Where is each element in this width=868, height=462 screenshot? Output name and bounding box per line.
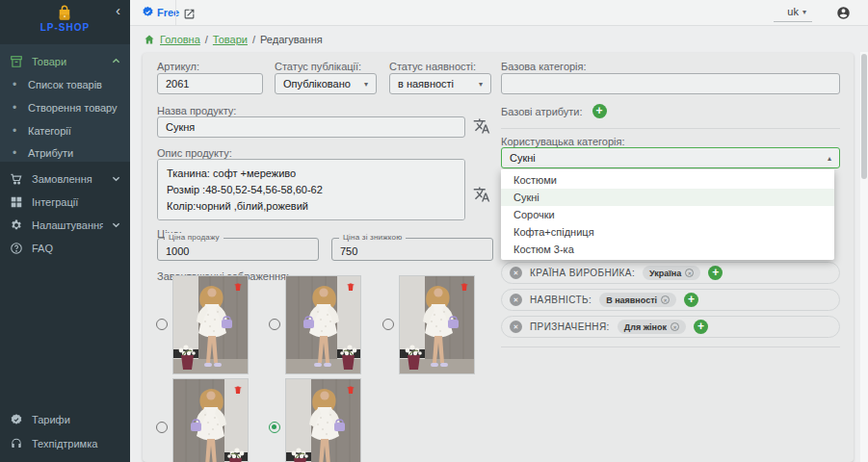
scrollbar[interactable] (860, 52, 868, 462)
discount-price-field: Ціна зі знижкою (331, 238, 493, 261)
help-icon (10, 242, 23, 255)
product-name-input[interactable] (157, 116, 465, 138)
attribute-value-chip: В наявності ✕ (599, 293, 676, 307)
sale-price-input[interactable] (158, 239, 318, 260)
base-category-input[interactable] (501, 73, 840, 94)
add-attribute-value-button[interactable]: + (684, 293, 698, 307)
sidebar-collapse-button[interactable]: ‹ (116, 2, 120, 19)
product-name-label: Назва продукту: (157, 105, 236, 116)
chip-label: В наявності (606, 295, 657, 305)
add-attribute-value-button[interactable]: + (694, 320, 708, 334)
caret-down-icon: ▾ (802, 8, 806, 16)
remove-value-icon[interactable]: ✕ (685, 269, 694, 277)
chevron-down-icon (112, 173, 120, 185)
description-textarea[interactable]: Тканина: софт +мереживо Розмір :48-50,52… (157, 159, 465, 220)
sidebar-item-create-product[interactable]: • Створення товару (0, 97, 130, 118)
sidebar-item-faq[interactable]: FAQ (0, 237, 130, 260)
divider (501, 346, 840, 347)
badge-check-icon (10, 413, 23, 426)
delete-image-icon[interactable] (233, 384, 243, 396)
delete-image-icon[interactable] (233, 281, 243, 293)
discount-price-input[interactable] (332, 239, 492, 260)
product-image[interactable] (285, 275, 361, 374)
breadcrumb-separator: / (205, 34, 208, 45)
sidebar-item-orders[interactable]: Замовлення (0, 167, 130, 191)
availability-status-select[interactable]: в наявності ▾ (389, 73, 491, 94)
remove-value-icon[interactable]: ✕ (671, 322, 679, 331)
chevron-up-icon (112, 56, 120, 67)
cart-icon (10, 172, 23, 186)
main-image-radio[interactable] (156, 422, 168, 433)
sidebar-item-integrations[interactable]: Інтеграції (0, 191, 130, 214)
bullet-icon: • (13, 124, 17, 138)
dropdown-option[interactable]: Сорочки (501, 206, 834, 223)
sku-label: Артикул: (157, 61, 199, 72)
sidebar-item-product-list[interactable]: • Список товарів (0, 74, 130, 95)
main-image-radio[interactable] (269, 422, 280, 433)
headset-icon (10, 437, 23, 450)
sidebar-item-settings[interactable]: Налаштування (0, 214, 130, 237)
sidebar-item-label: Інтеграції (32, 196, 120, 208)
product-image[interactable] (172, 275, 249, 374)
main-image-radio[interactable] (382, 319, 394, 330)
add-attribute-value-button[interactable]: + (708, 266, 723, 280)
translate-icon[interactable] (473, 186, 490, 203)
sidebar-item-products[interactable]: Товари (0, 50, 130, 73)
dropdown-option[interactable]: Костюм 3-ка (501, 241, 834, 258)
language-selector[interactable]: uk ▾ (787, 6, 806, 17)
sidebar-header: LP-SHOP ‹ (0, 0, 130, 44)
delete-image-icon[interactable] (460, 281, 469, 293)
account-icon[interactable] (836, 6, 851, 20)
breadcrumb-current: Редагування (260, 34, 323, 45)
attribute-value-chip: Для жінок ✕ (618, 320, 686, 334)
main-image-radio[interactable] (269, 319, 280, 330)
product-image[interactable] (399, 275, 475, 374)
delete-image-icon[interactable] (346, 281, 355, 293)
caret-up-icon: ▴ (828, 154, 831, 163)
translate-icon[interactable] (473, 117, 490, 135)
chip-label: Для жінок (624, 322, 667, 332)
bullet-icon: • (13, 101, 17, 115)
dropdown-option[interactable]: Кофта+спідниця (501, 223, 834, 241)
dropdown-option[interactable]: Сукні (501, 189, 834, 206)
scrollbar-thumb[interactable] (861, 54, 867, 179)
sidebar-sub-label: Створення товару (28, 102, 118, 114)
custom-category-select[interactable]: Сукні ▴ (501, 147, 840, 168)
caret-down-icon: ▾ (364, 80, 368, 89)
publication-status-value: Опубліковано (283, 78, 351, 90)
attribute-row: ✕ НАЯВНІСТЬ: В наявності ✕ + (501, 289, 840, 311)
breadcrumb-products[interactable]: Товари (213, 34, 248, 45)
product-image[interactable] (172, 378, 249, 462)
dropdown-option[interactable]: Костюми (501, 171, 834, 189)
plan-badge[interactable]: Free (142, 6, 179, 18)
main-image-radio[interactable] (156, 319, 168, 330)
product-image[interactable] (285, 378, 361, 462)
breadcrumb: Головна / Товари / Редагування (144, 34, 323, 45)
breadcrumb-separator: / (252, 34, 255, 45)
sidebar-item-attributes[interactable]: • Атрибути (0, 142, 130, 164)
main-content: Головна / Товари / Редагування Артикул: … (130, 26, 868, 462)
description-label: Опис продукту: (157, 147, 232, 159)
sidebar-item-label: FAQ (32, 243, 120, 254)
base-attributes-row: Базові атрибути: + (501, 104, 607, 118)
shop-bag-logo-icon (56, 4, 73, 21)
availability-status-label: Статус наявності: (389, 61, 476, 72)
widgets-icon (10, 195, 23, 209)
remove-attribute-icon[interactable]: ✕ (510, 294, 522, 306)
sidebar-item-categories[interactable]: • Категорії (0, 120, 130, 141)
publication-status-select[interactable]: Опубліковано ▾ (275, 73, 377, 94)
open-in-new-icon[interactable] (183, 7, 196, 19)
attribute-row: ✕ КРАЇНА ВИРОБНИКА: Україна ✕ + (501, 262, 840, 284)
breadcrumb-home[interactable]: Головна (160, 34, 200, 45)
remove-value-icon[interactable]: ✕ (661, 295, 670, 304)
delete-image-icon[interactable] (346, 384, 355, 396)
sku-input[interactable] (157, 73, 263, 94)
attribute-name: ПРИЗНАЧЕННЯ: (530, 321, 610, 332)
sidebar-item-support[interactable]: Техпідтримка (0, 432, 130, 455)
add-base-attribute-button[interactable]: + (592, 104, 607, 118)
remove-attribute-icon[interactable]: ✕ (510, 321, 522, 333)
gear-icon (10, 218, 23, 232)
sidebar-item-tariffs[interactable]: Тарифи (0, 408, 130, 431)
remove-attribute-icon[interactable]: ✕ (510, 267, 522, 279)
sidebar-item-label: Замовлення (32, 173, 103, 185)
